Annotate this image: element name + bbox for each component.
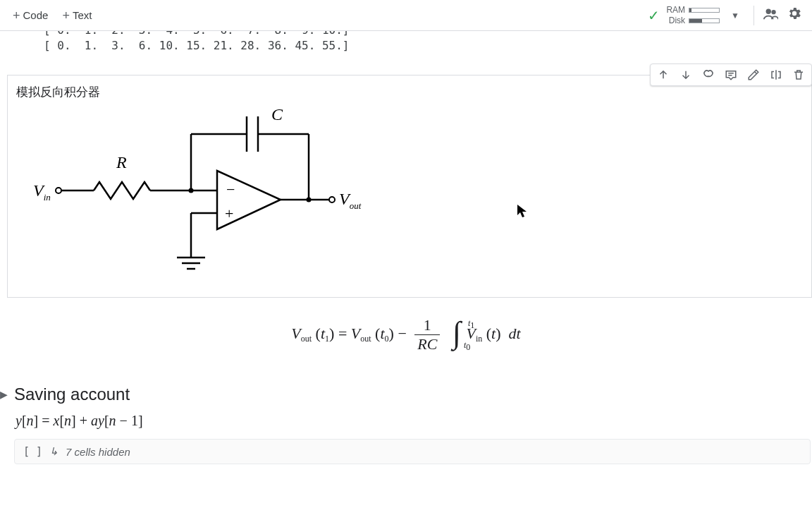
svg-point-18	[56, 188, 61, 193]
add-text-button[interactable]: + Text	[55, 6, 99, 25]
cell-title: 模拟反向积分器	[16, 84, 803, 100]
opamp-plus: +	[225, 205, 233, 222]
move-down-icon[interactable]	[675, 64, 697, 85]
resource-gauges: RAM Disk	[664, 5, 720, 25]
edit-icon[interactable]	[742, 64, 765, 85]
mirror-icon[interactable]	[765, 64, 787, 85]
gear-icon[interactable]	[782, 1, 806, 29]
svg-point-19	[189, 188, 194, 193]
add-code-button[interactable]: + Code	[6, 6, 55, 25]
markdown-cell[interactable]: 模拟反向积分器	[7, 75, 812, 298]
runtime-status[interactable]: ✓ RAM Disk ▼	[648, 5, 749, 25]
vout-label: Vout	[339, 190, 362, 211]
delete-icon[interactable]	[787, 64, 810, 85]
recurrence-formula: y[n] = x[n] + ay[n − 1]	[16, 413, 812, 429]
move-up-icon[interactable]	[652, 64, 675, 85]
resistor-label: R	[116, 153, 127, 171]
plus-icon: +	[13, 9, 20, 22]
disk-bar	[689, 18, 720, 23]
circuit-diagram: − + R C Vin Vout	[16, 106, 803, 284]
plus-icon: +	[62, 9, 70, 22]
hidden-cells-label: 7 cells hidden	[66, 446, 130, 458]
notebook-toolbar: + Code + Text ✓ RAM Disk ▼	[0, 0, 812, 31]
ram-bar	[689, 8, 720, 13]
hidden-cells-row[interactable]: [ ] ↳ 7 cells hidden	[14, 439, 811, 464]
code-output: [ 0. 1. 2. 3. 4. 5. 6. 7. 8. 9. 10.] [ 0…	[0, 31, 812, 54]
add-text-label: Text	[73, 9, 92, 21]
share-icon[interactable]	[758, 1, 782, 29]
ram-label: RAM	[664, 5, 685, 15]
svg-point-0	[766, 9, 771, 14]
cell-exec-slot: [ ]	[23, 445, 42, 458]
comment-icon[interactable]	[720, 64, 742, 85]
subdirectory-arrow-icon: ↳	[49, 445, 59, 458]
integrator-formula: Vout (t1) = Vout (t0) − 1 RC ∫ t1 t0 Vin…	[0, 316, 812, 353]
disk-label: Disk	[664, 16, 685, 25]
chevron-right-icon[interactable]: ▶	[0, 389, 10, 400]
opamp-minus: −	[226, 181, 235, 198]
capacitor-label: C	[271, 106, 283, 123]
section-title: Saving account	[14, 385, 130, 404]
add-code-label: Code	[23, 9, 49, 21]
chevron-down-icon[interactable]: ▼	[724, 11, 746, 20]
check-icon: ✓	[648, 7, 660, 24]
toolbar-divider	[753, 6, 754, 25]
notebook-main: [ 0. 1. 2. 3. 4. 5. 6. 7. 8. 9. 10.] [ 0…	[0, 31, 812, 508]
svg-point-1	[771, 10, 775, 14]
vin-label: Vin	[33, 181, 51, 202]
svg-point-20	[307, 198, 312, 202]
svg-point-21	[329, 197, 335, 202]
link-icon[interactable]	[697, 64, 720, 85]
cell-toolbar	[650, 64, 812, 86]
section-saving-account[interactable]: ▶ Saving account	[0, 385, 812, 404]
